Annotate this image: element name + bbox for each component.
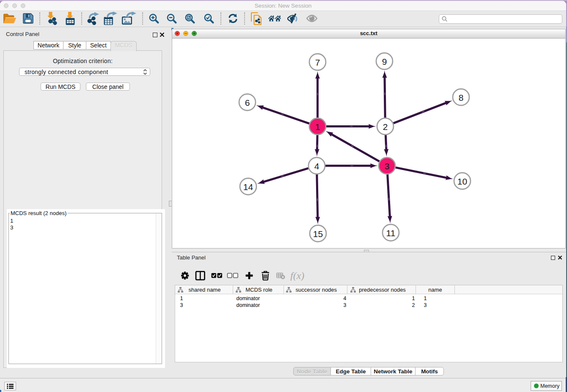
svg-text:8: 8 bbox=[458, 92, 463, 102]
svg-text:10: 10 bbox=[457, 176, 467, 186]
svg-text:7: 7 bbox=[315, 57, 320, 67]
svg-text:f(x): f(x) bbox=[290, 271, 304, 281]
svg-text:6: 6 bbox=[245, 97, 250, 107]
svg-text:2: 2 bbox=[383, 121, 388, 131]
svg-text:11: 11 bbox=[386, 228, 395, 237]
svg-text:9: 9 bbox=[382, 56, 387, 66]
svg-text:4: 4 bbox=[314, 161, 319, 171]
svg-text:3: 3 bbox=[384, 161, 389, 171]
svg-text:1: 1 bbox=[315, 121, 320, 131]
svg-text:15: 15 bbox=[313, 229, 322, 238]
svg-text:14: 14 bbox=[243, 182, 253, 191]
